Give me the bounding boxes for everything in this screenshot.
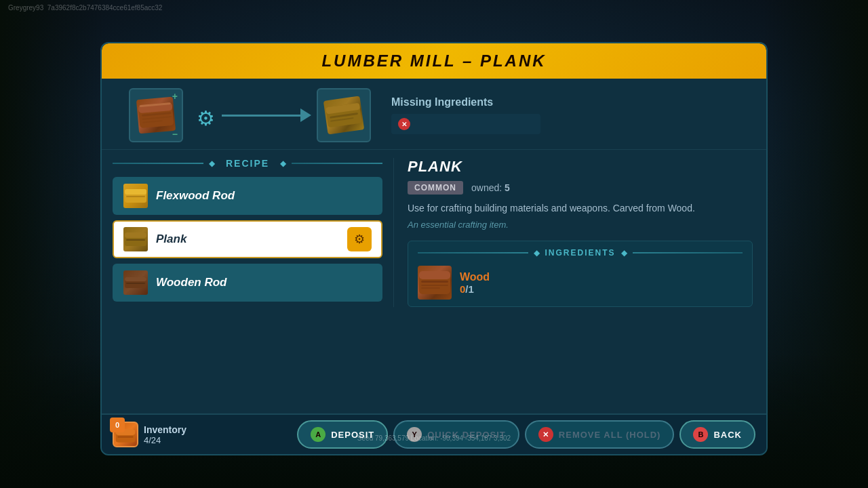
ingredient-wood-icon [418, 266, 452, 300]
plank-gear-icon: ⚙ [347, 227, 372, 251]
x-button-icon: ✕ [538, 427, 553, 442]
recipe-header: ◆ RECIPE ◆ [113, 158, 382, 169]
svg-rect-10 [125, 189, 146, 195]
back-label: BACK [713, 430, 742, 440]
rarity-row: COMMON owned: 5 [408, 181, 753, 195]
slot-minus-icon: − [172, 129, 178, 140]
arrow-line [222, 115, 303, 117]
remove-all-label: REMOVE ALL (HOLD) [559, 430, 661, 440]
ingredient-wood-name: Wood [460, 271, 490, 283]
watermark: Greygrey93 7a3962f8c2b7476384cce61ef85ac… [8, 4, 162, 12]
ingredients-section: ◆ INGREDIENTS ◆ [408, 241, 753, 307]
missing-label: Missing Ingredients [391, 96, 753, 108]
inventory-badge: 0 [110, 418, 125, 432]
recipe-diamond-left: ◆ [209, 159, 215, 168]
ingredients-label: INGREDIENTS [545, 248, 616, 258]
ingredient-wood-details: Wood 0/1 [460, 271, 490, 295]
input-wood-icon [136, 97, 176, 134]
main-panel: LUMBER MILL – PLANK + − ⚙ [100, 42, 768, 455]
inventory-section: 0 Inventory 4/24 [113, 422, 186, 447]
svg-rect-22 [421, 287, 440, 289]
inventory-info: Inventory 4/24 [144, 424, 186, 445]
flexwood-icon [123, 184, 148, 208]
panel-title: LUMBER MILL – PLANK [321, 52, 546, 70]
recipe-section-label: RECIPE [220, 158, 275, 169]
svg-rect-21 [421, 285, 448, 286]
missing-x-icon: ✕ [398, 118, 410, 130]
recipe-item-plank[interactable]: Plank ⚙ [113, 220, 382, 258]
item-flavor: An essential crafting item. [408, 220, 753, 230]
ingredient-item-wood: Wood 0/1 [418, 266, 743, 300]
plank-icon [123, 227, 148, 251]
crafting-section: + − ⚙ [102, 79, 766, 150]
title-bar: LUMBER MILL – PLANK [102, 43, 766, 79]
rarity-badge: COMMON [408, 181, 463, 195]
flexwood-rod-label: Flexwood Rod [156, 189, 372, 203]
ingredients-diamond-left: ◆ [534, 248, 540, 258]
item-description: Use for crafting building materials and … [408, 201, 753, 216]
svg-rect-14 [126, 239, 145, 241]
b-button-icon: B [693, 427, 708, 442]
missing-ingredients: Missing Ingredients ✕ [391, 96, 753, 134]
a-button-icon: A [311, 427, 326, 442]
svg-rect-13 [125, 232, 146, 238]
svg-rect-17 [126, 283, 145, 284]
inventory-label: Inventory [144, 424, 186, 435]
plank-label: Plank [156, 232, 339, 246]
recipe-item-flexwood[interactable]: Flexwood Rod [113, 177, 382, 215]
ingredient-wood-count: 0/1 [460, 283, 490, 295]
ingredients-diamond-right: ◆ [621, 248, 627, 258]
svg-rect-16 [125, 277, 146, 281]
ingredients-line-left [418, 252, 528, 253]
recipe-panel: ◆ RECIPE ◆ Flexwood Rod [102, 158, 393, 307]
item-name: PLANK [408, 158, 753, 176]
bottom-bar: 0 Inventory 4/24 A DEPOSIT Y QUICK DEPOS… [102, 413, 766, 454]
svg-rect-25 [117, 436, 133, 438]
ingredient-need: 1 [469, 283, 474, 295]
details-panel: PLANK COMMON owned: 5 Use for crafting b… [393, 158, 766, 307]
main-body: ◆ RECIPE ◆ Flexwood Rod [102, 150, 766, 315]
svg-rect-20 [421, 281, 448, 283]
missing-item-row: ✕ [391, 114, 540, 134]
remove-all-button[interactable]: ✕ REMOVE ALL (HOLD) [525, 420, 675, 449]
output-plank-icon [323, 96, 364, 134]
inventory-count: 4/24 [144, 435, 186, 445]
recipe-header-line-left [113, 163, 203, 164]
ingredients-header: ◆ INGREDIENTS ◆ [418, 248, 743, 258]
svg-rect-11 [126, 196, 145, 197]
recipe-header-line-right [292, 163, 382, 164]
arrow-area: ⚙ [183, 104, 317, 127]
recipe-item-wooden-rod[interactable]: Wooden Rod [113, 264, 382, 302]
recipe-diamond-right: ◆ [280, 159, 286, 168]
owned-label: owned: 5 [471, 182, 510, 193]
svg-rect-19 [419, 271, 450, 279]
input-slot[interactable]: + − [129, 88, 183, 142]
process-gear-icon: ⚙ [197, 106, 215, 130]
wooden-rod-label: Wooden Rod [156, 276, 372, 289]
output-slot [317, 88, 371, 142]
owned-count: 5 [505, 182, 510, 193]
seed-info: Seed 79,363,579 Location: -90,394 -354,1… [357, 434, 511, 442]
ingredients-line-right [633, 252, 743, 253]
wooden-rod-icon [123, 270, 148, 295]
back-button[interactable]: B BACK [679, 420, 755, 449]
